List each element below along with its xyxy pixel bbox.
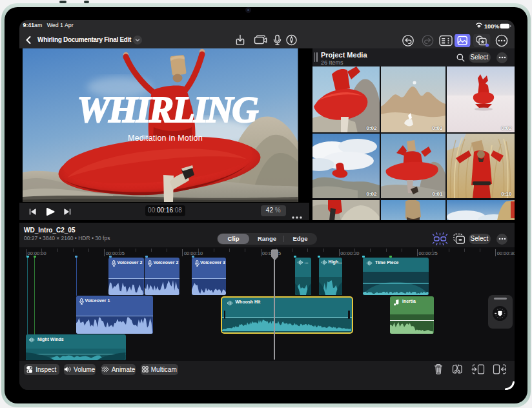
svg-text:Meditation in Motion: Meditation in Motion xyxy=(128,134,203,143)
svg-text:WHIRLING: WHIRLING xyxy=(77,90,259,129)
svg-text:100%: 100% xyxy=(484,23,500,30)
